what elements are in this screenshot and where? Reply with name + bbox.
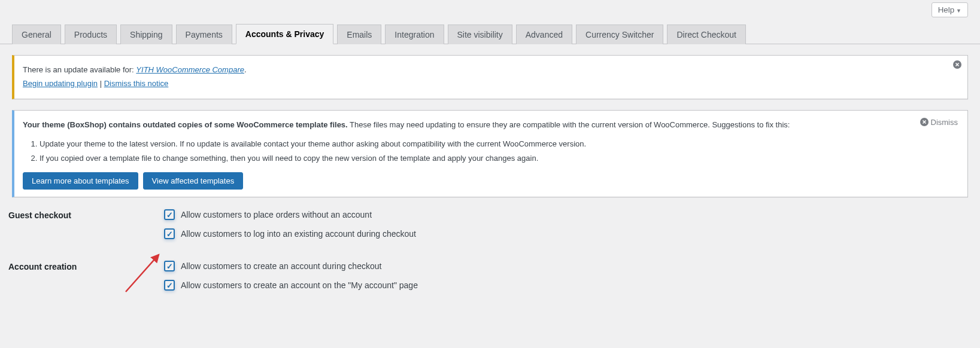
list-item: If you copied over a template file to ch… — [40, 151, 943, 165]
tab-emails[interactable]: Emails — [337, 25, 381, 44]
account-creation-heading: Account creation — [8, 261, 164, 271]
tab-integration[interactable]: Integration — [385, 25, 444, 44]
template-notice-heading: Your theme (BoxShop) contains outdated c… — [23, 119, 943, 132]
account-creation-checkout-checkbox[interactable] — [164, 261, 175, 271]
dismiss-notice-button[interactable] — [953, 60, 961, 71]
settings-form: Guest checkout Allow customers to place … — [0, 197, 980, 299]
update-actions: Begin updating plugin | Dismiss this not… — [23, 78, 943, 90]
checkbox-label: Allow customers to create an account dur… — [181, 261, 381, 271]
tab-accounts-privacy[interactable]: Accounts & Privacy — [236, 24, 334, 44]
learn-more-button[interactable]: Learn more about templates — [23, 172, 138, 190]
help-label: Help — [938, 5, 954, 14]
plugin-link[interactable]: YITH WooCommerce Compare — [136, 65, 244, 74]
tab-label: Site visibility — [457, 30, 503, 39]
update-notice-text: There is an update available for: YITH W… — [23, 64, 943, 77]
tab-label: Advanced — [526, 30, 563, 39]
tab-label: Payments — [186, 30, 223, 39]
tab-products[interactable]: Products — [65, 25, 117, 44]
begin-updating-link[interactable]: Begin updating plugin — [23, 79, 98, 88]
view-affected-button[interactable]: View affected templates — [143, 172, 244, 190]
list-item: Update your theme to the latest version.… — [40, 137, 943, 151]
template-notice-bold: Your theme (BoxShop) contains outdated c… — [23, 120, 348, 129]
help-button[interactable]: Help▼ — [932, 2, 968, 17]
settings-tabs: General Products Shipping Payments Accou… — [0, 17, 980, 44]
template-notice-after: These files may need updating to ensure … — [348, 120, 790, 129]
checkbox-label: Allow customers to create an account on … — [181, 280, 418, 290]
tab-shipping[interactable]: Shipping — [120, 25, 172, 44]
update-suffix: . — [244, 65, 247, 74]
dismiss-label: Dismiss — [931, 118, 958, 127]
update-notice: There is an update available for: YITH W… — [12, 55, 968, 99]
template-notice: Dismiss Your theme (BoxShop) contains ou… — [12, 110, 968, 198]
tab-general[interactable]: General — [12, 25, 61, 44]
guest-checkout-login-checkbox[interactable] — [164, 228, 175, 239]
tab-label: Accounts & Privacy — [245, 29, 324, 39]
checkbox-label: Allow customers to place orders without … — [181, 210, 372, 219]
tab-site-visibility[interactable]: Site visibility — [448, 25, 512, 44]
dismiss-notice-link[interactable]: Dismiss this notice — [104, 79, 169, 88]
account-creation-myaccount-checkbox[interactable] — [164, 280, 175, 291]
separator: | — [98, 79, 104, 88]
guest-checkout-allow-checkbox[interactable] — [164, 209, 175, 220]
update-prefix: There is an update available for: — [23, 65, 136, 74]
tab-payments[interactable]: Payments — [176, 25, 232, 44]
tab-label: Direct Checkout — [676, 30, 736, 39]
tab-direct-checkout[interactable]: Direct Checkout — [667, 25, 746, 44]
tab-advanced[interactable]: Advanced — [516, 25, 572, 44]
tab-label: Emails — [347, 30, 372, 39]
tab-label: Products — [74, 30, 107, 39]
close-icon — [920, 118, 929, 126]
dismiss-template-notice-button[interactable]: Dismiss — [920, 118, 958, 127]
tab-label: Shipping — [130, 30, 163, 39]
close-icon — [953, 60, 961, 69]
tab-label: Integration — [395, 30, 434, 39]
guest-checkout-heading: Guest checkout — [8, 209, 164, 220]
chevron-down-icon: ▼ — [956, 8, 961, 14]
tab-label: General — [22, 30, 51, 39]
checkbox-label: Allow customers to log into an existing … — [181, 229, 416, 239]
tab-label: Currency Switcher — [585, 30, 654, 39]
template-fix-list: Update your theme to the latest version.… — [40, 137, 943, 165]
tab-currency-switcher[interactable]: Currency Switcher — [576, 25, 663, 44]
